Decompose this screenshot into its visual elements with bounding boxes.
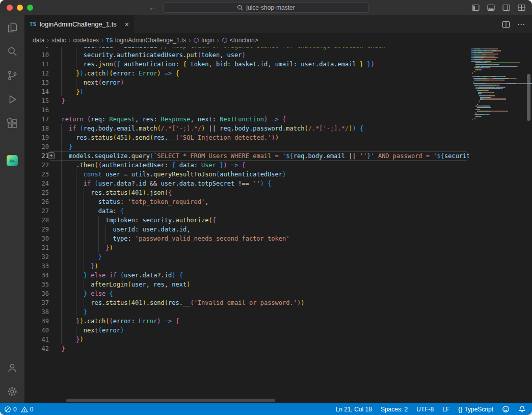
code-line-18[interactable]: 18 if (req.body.email.match(/.*['-;].*/)… bbox=[24, 124, 532, 133]
activity-custom-extension[interactable] bbox=[0, 148, 24, 172]
line-number[interactable]: 38 bbox=[24, 307, 54, 317]
activity-explorer[interactable] bbox=[0, 15, 24, 39]
line-number[interactable]: 30 bbox=[24, 234, 54, 243]
code-line-30[interactable]: 30 type: 'password_valid_needs_second_fa… bbox=[24, 234, 532, 243]
toggle-panel-button[interactable] bbox=[487, 4, 495, 12]
code-line-35[interactable]: 35 afterLogin(user, res, next) bbox=[24, 280, 532, 289]
code-line-16[interactable]: 16 bbox=[24, 106, 532, 115]
line-number[interactable]: 15 bbox=[24, 96, 54, 106]
code-line-17[interactable]: 17 return (req: Request, res: Response, … bbox=[24, 115, 532, 124]
split-editor-icon[interactable] bbox=[502, 20, 510, 29]
code-line-22[interactable]: 22 .then((authenticatedUser: { data: Use… bbox=[24, 161, 532, 170]
line-number[interactable]: 23 bbox=[24, 170, 54, 179]
encoding-setting[interactable]: UTF-8 bbox=[416, 406, 434, 413]
line-number[interactable]: 37 bbox=[24, 298, 54, 307]
code-line-14[interactable]: 14 }) bbox=[24, 87, 532, 96]
code-line-28[interactable]: 28 tmpToken: security.authorize({ bbox=[24, 216, 532, 225]
line-number[interactable]: 40 bbox=[24, 326, 54, 335]
line-number[interactable]: 39 bbox=[24, 317, 54, 326]
code-line-36[interactable]: 36 } else { bbox=[24, 289, 532, 298]
code-line-31[interactable]: 31 }) bbox=[24, 243, 532, 252]
line-number[interactable]: 11 bbox=[24, 60, 54, 69]
vertical-scrollbar[interactable] bbox=[527, 74, 530, 121]
code-line-26[interactable]: 26 status: 'totp_token_required', bbox=[24, 197, 532, 206]
feedback-button[interactable] bbox=[502, 405, 510, 413]
code-line-37[interactable]: 37 res.status(401).send(res.__('Invalid … bbox=[24, 298, 532, 307]
gutter-add-icon[interactable]: + bbox=[48, 152, 55, 159]
customize-layout-button[interactable] bbox=[517, 4, 526, 12]
indentation-setting[interactable]: Spaces: 2 bbox=[381, 406, 408, 413]
activity-source-control[interactable] bbox=[0, 63, 24, 87]
minimize-window-button[interactable] bbox=[17, 5, 23, 11]
line-number[interactable]: 34 bbox=[24, 271, 54, 280]
line-number[interactable]: 26 bbox=[24, 197, 54, 206]
close-window-button[interactable] bbox=[7, 5, 13, 11]
line-number[interactable]: 25 bbox=[24, 188, 54, 197]
line-number[interactable]: 10 bbox=[24, 50, 54, 60]
line-number[interactable]: 27 bbox=[24, 206, 54, 216]
code-line-24[interactable]: 24 if (user.data?.id && user.data.totpSe… bbox=[24, 179, 532, 188]
breadcrumb-item-static[interactable]: static bbox=[51, 37, 66, 44]
eol-setting[interactable]: LF bbox=[442, 406, 449, 413]
code-line-29[interactable]: 29 userId: user.data.id, bbox=[24, 225, 532, 234]
line-number[interactable]: 42 bbox=[24, 344, 54, 353]
code-line-33[interactable]: 33 }) bbox=[24, 262, 532, 271]
code-editor[interactable]: 9 user.bid = basket.id // keep track of … bbox=[24, 47, 532, 398]
tab-close-icon[interactable]: × bbox=[125, 21, 129, 28]
toggle-primary-sidebar-button[interactable] bbox=[471, 4, 480, 12]
line-number[interactable]: 33 bbox=[24, 262, 54, 271]
line-number[interactable]: 28 bbox=[24, 216, 54, 225]
code-line-27[interactable]: 27 data: { bbox=[24, 206, 532, 216]
line-number[interactable]: 14 bbox=[24, 87, 54, 96]
line-number[interactable]: 13 bbox=[24, 78, 54, 87]
code-line-20[interactable]: 20 } bbox=[24, 142, 532, 151]
line-number[interactable]: 36 bbox=[24, 289, 54, 298]
code-line-10[interactable]: 10 security.authenticatedUsers.put(token… bbox=[24, 50, 532, 60]
code-line-41[interactable]: 41 }) bbox=[24, 335, 532, 344]
cursor-position[interactable]: Ln 21, Col 18 bbox=[336, 406, 372, 413]
breadcrumb-item-data[interactable]: data bbox=[33, 37, 44, 44]
code-line-23[interactable]: 23 const user = utils.queryResultToJson(… bbox=[24, 170, 532, 179]
code-line-21[interactable]: 21+ models.sequelize.query(`SELECT * FRO… bbox=[24, 151, 532, 161]
code-line-13[interactable]: 13 next(error) bbox=[24, 78, 532, 87]
line-number[interactable]: 17 bbox=[24, 115, 54, 124]
back-icon[interactable]: ← bbox=[149, 4, 156, 12]
breadcrumb-item-loginadminchallenge-1-ts[interactable]: TSloginAdminChallenge_1.ts bbox=[106, 37, 186, 44]
settings-button[interactable] bbox=[0, 379, 24, 403]
breadcrumb-item-login[interactable]: login bbox=[193, 37, 214, 44]
line-number[interactable]: 32 bbox=[24, 252, 54, 262]
notifications-button[interactable] bbox=[518, 405, 526, 413]
activity-run-debug[interactable] bbox=[0, 87, 24, 111]
line-number[interactable]: 19 bbox=[24, 133, 54, 142]
line-number[interactable]: 35 bbox=[24, 280, 54, 289]
line-number[interactable]: 20 bbox=[24, 142, 54, 151]
code-line-39[interactable]: 39 }).catch((error: Error) => { bbox=[24, 317, 532, 326]
code-line-25[interactable]: 25 res.status(401).json({ bbox=[24, 188, 532, 197]
more-actions-icon[interactable]: ⋯ bbox=[517, 20, 525, 29]
toggle-secondary-sidebar-button[interactable] bbox=[502, 4, 511, 12]
line-number[interactable]: 29 bbox=[24, 225, 54, 234]
line-number[interactable]: 22 bbox=[24, 161, 54, 170]
code-line-34[interactable]: 34 } else if (user.data?.id) { bbox=[24, 271, 532, 280]
line-number[interactable]: 41 bbox=[24, 335, 54, 344]
code-line-42[interactable]: 42 } bbox=[24, 344, 532, 353]
line-number[interactable]: 21+ bbox=[24, 151, 54, 161]
line-number[interactable]: 12 bbox=[24, 69, 54, 78]
code-line-40[interactable]: 40 next(error) bbox=[24, 326, 532, 335]
code-line-19[interactable]: 19 res.status(451).send(res.__('SQL Inje… bbox=[24, 133, 532, 142]
tab-loginAdminChallenge[interactable]: TS loginAdminChallenge_1.ts × bbox=[24, 15, 135, 33]
code-line-15[interactable]: 15 } bbox=[24, 96, 532, 106]
line-number[interactable]: 18 bbox=[24, 124, 54, 133]
horizontal-scrollbar[interactable] bbox=[66, 399, 275, 402]
breadcrumb-item-codefixes[interactable]: codefixes bbox=[73, 37, 99, 44]
language-mode[interactable]: {} TypeScript bbox=[458, 406, 493, 413]
minimap[interactable] bbox=[469, 47, 532, 403]
code-line-12[interactable]: 12 }).catch((error: Error) => { bbox=[24, 69, 532, 78]
problems-indicator[interactable]: 0 0 bbox=[4, 406, 33, 413]
command-center-search[interactable]: juice-shop-master bbox=[163, 2, 369, 13]
code-line-32[interactable]: 32 } bbox=[24, 252, 532, 262]
code-line-11[interactable]: 11 res.json({ authentication: { token, b… bbox=[24, 60, 532, 69]
line-number[interactable]: 24 bbox=[24, 179, 54, 188]
activity-search[interactable] bbox=[0, 39, 24, 63]
account-button[interactable] bbox=[0, 355, 24, 379]
